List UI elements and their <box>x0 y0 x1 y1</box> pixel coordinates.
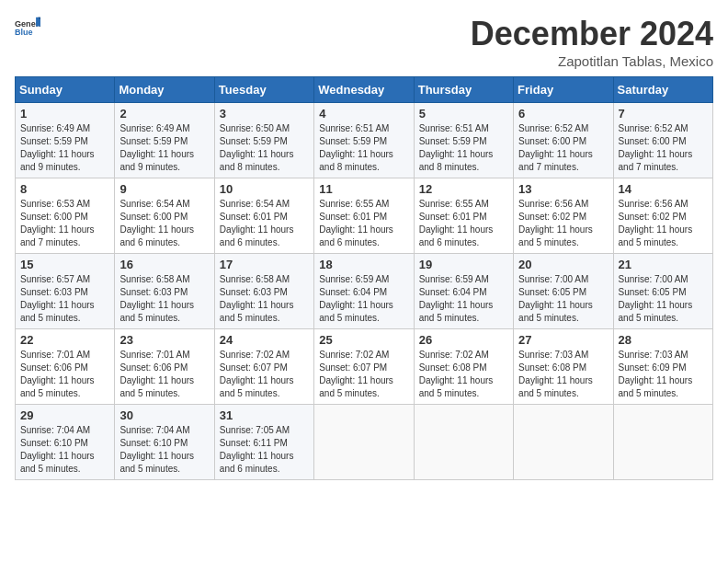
day-info: Sunrise: 7:00 AM Sunset: 6:05 PM Dayligh… <box>518 273 608 325</box>
day-info: Sunrise: 7:03 AM Sunset: 6:08 PM Dayligh… <box>518 349 608 400</box>
day-info: Sunrise: 7:04 AM Sunset: 6:10 PM Dayligh… <box>20 424 109 476</box>
day-number: 21 <box>619 258 708 271</box>
day-info: Sunrise: 6:54 AM Sunset: 6:01 PM Dayligh… <box>220 198 309 249</box>
day-info: Sunrise: 6:55 AM Sunset: 6:01 PM Dayligh… <box>419 198 508 249</box>
day-info: Sunrise: 6:58 AM Sunset: 6:03 PM Dayligh… <box>220 273 309 325</box>
day-info: Sunrise: 7:00 AM Sunset: 6:05 PM Dayligh… <box>619 273 708 325</box>
day-info: Sunrise: 6:49 AM Sunset: 5:59 PM Dayligh… <box>20 122 109 174</box>
day-number: 15 <box>20 258 109 271</box>
calendar-cell: 18 Sunrise: 6:59 AM Sunset: 6:04 PM Dayl… <box>314 254 414 329</box>
svg-text:Blue: Blue <box>15 28 33 37</box>
day-info: Sunrise: 7:02 AM Sunset: 6:07 PM Dayligh… <box>319 349 408 400</box>
calendar-cell: 1 Sunrise: 6:49 AM Sunset: 5:59 PM Dayli… <box>16 103 115 178</box>
calendar-cell <box>414 405 513 480</box>
calendar-row-5: 29 Sunrise: 7:04 AM Sunset: 6:10 PM Dayl… <box>16 405 713 480</box>
calendar-row-2: 8 Sunrise: 6:53 AM Sunset: 6:00 PM Dayli… <box>16 178 713 254</box>
day-info: Sunrise: 6:54 AM Sunset: 6:00 PM Dayligh… <box>119 198 209 249</box>
day-number: 17 <box>220 258 309 271</box>
day-number: 26 <box>419 333 508 347</box>
day-info: Sunrise: 7:04 AM Sunset: 6:10 PM Dayligh… <box>119 424 209 476</box>
day-number: 25 <box>319 333 408 347</box>
day-number: 19 <box>419 258 508 271</box>
day-info: Sunrise: 7:03 AM Sunset: 6:09 PM Dayligh… <box>619 349 708 400</box>
day-number: 13 <box>518 182 608 196</box>
calendar-cell: 24 Sunrise: 7:02 AM Sunset: 6:07 PM Dayl… <box>214 329 313 405</box>
calendar-cell <box>314 405 414 480</box>
day-number: 30 <box>119 408 209 422</box>
calendar-cell: 30 Sunrise: 7:04 AM Sunset: 6:10 PM Dayl… <box>115 405 214 480</box>
day-header-friday: Friday <box>514 77 613 103</box>
day-number: 10 <box>220 182 309 196</box>
day-info: Sunrise: 6:55 AM Sunset: 6:01 PM Dayligh… <box>319 198 408 249</box>
day-number: 1 <box>20 107 109 121</box>
calendar-cell: 21 Sunrise: 7:00 AM Sunset: 6:05 PM Dayl… <box>613 254 712 329</box>
calendar-cell <box>514 405 613 480</box>
day-info: Sunrise: 6:56 AM Sunset: 6:02 PM Dayligh… <box>518 198 608 249</box>
calendar-cell: 20 Sunrise: 7:00 AM Sunset: 6:05 PM Dayl… <box>514 254 613 329</box>
day-info: Sunrise: 6:57 AM Sunset: 6:03 PM Dayligh… <box>20 273 109 325</box>
day-number: 9 <box>119 182 209 196</box>
day-info: Sunrise: 7:01 AM Sunset: 6:06 PM Dayligh… <box>20 349 109 400</box>
day-info: Sunrise: 6:58 AM Sunset: 6:03 PM Dayligh… <box>119 273 209 325</box>
day-number: 29 <box>20 408 109 422</box>
day-number: 4 <box>319 107 408 121</box>
logo-icon: General Blue <box>15 15 40 40</box>
day-info: Sunrise: 6:50 AM Sunset: 5:59 PM Dayligh… <box>220 122 309 174</box>
day-info: Sunrise: 6:56 AM Sunset: 6:02 PM Dayligh… <box>619 198 708 249</box>
day-header-thursday: Thursday <box>414 77 513 103</box>
calendar-row-3: 15 Sunrise: 6:57 AM Sunset: 6:03 PM Dayl… <box>16 254 713 329</box>
day-number: 5 <box>419 107 508 121</box>
day-number: 24 <box>220 333 309 347</box>
calendar-cell: 15 Sunrise: 6:57 AM Sunset: 6:03 PM Dayl… <box>16 254 115 329</box>
calendar-cell: 23 Sunrise: 7:01 AM Sunset: 6:06 PM Dayl… <box>115 329 214 405</box>
day-number: 14 <box>619 182 708 196</box>
calendar-cell <box>613 405 712 480</box>
calendar-cell: 10 Sunrise: 6:54 AM Sunset: 6:01 PM Dayl… <box>214 178 313 254</box>
day-info: Sunrise: 6:51 AM Sunset: 5:59 PM Dayligh… <box>319 122 408 174</box>
day-info: Sunrise: 6:49 AM Sunset: 5:59 PM Dayligh… <box>119 122 209 174</box>
day-number: 3 <box>220 107 309 121</box>
day-number: 7 <box>619 107 708 121</box>
day-info: Sunrise: 6:59 AM Sunset: 6:04 PM Dayligh… <box>319 273 408 325</box>
calendar-cell: 2 Sunrise: 6:49 AM Sunset: 5:59 PM Dayli… <box>115 103 214 178</box>
calendar-cell: 7 Sunrise: 6:52 AM Sunset: 6:00 PM Dayli… <box>613 103 712 178</box>
day-info: Sunrise: 6:52 AM Sunset: 6:00 PM Dayligh… <box>619 122 708 174</box>
day-number: 16 <box>119 258 209 271</box>
calendar-cell: 28 Sunrise: 7:03 AM Sunset: 6:09 PM Dayl… <box>613 329 712 405</box>
title-block: December 2024 Zapotitlan Tablas, Mexico <box>471 15 713 69</box>
calendar-cell: 16 Sunrise: 6:58 AM Sunset: 6:03 PM Dayl… <box>115 254 214 329</box>
calendar-cell: 6 Sunrise: 6:52 AM Sunset: 6:00 PM Dayli… <box>514 103 613 178</box>
day-info: Sunrise: 6:51 AM Sunset: 5:59 PM Dayligh… <box>419 122 508 174</box>
day-number: 6 <box>518 107 608 121</box>
calendar-cell: 29 Sunrise: 7:04 AM Sunset: 6:10 PM Dayl… <box>16 405 115 480</box>
calendar-cell: 4 Sunrise: 6:51 AM Sunset: 5:59 PM Dayli… <box>314 103 414 178</box>
calendar-cell: 22 Sunrise: 7:01 AM Sunset: 6:06 PM Dayl… <box>16 329 115 405</box>
calendar-row-4: 22 Sunrise: 7:01 AM Sunset: 6:06 PM Dayl… <box>16 329 713 405</box>
day-number: 31 <box>220 408 309 422</box>
day-number: 18 <box>319 258 408 271</box>
day-number: 27 <box>518 333 608 347</box>
calendar-cell: 31 Sunrise: 7:05 AM Sunset: 6:11 PM Dayl… <box>214 405 313 480</box>
logo: General Blue <box>15 15 40 40</box>
calendar-cell: 13 Sunrise: 6:56 AM Sunset: 6:02 PM Dayl… <box>514 178 613 254</box>
month-title: December 2024 <box>471 15 713 53</box>
calendar-cell: 25 Sunrise: 7:02 AM Sunset: 6:07 PM Dayl… <box>314 329 414 405</box>
day-header-saturday: Saturday <box>613 77 712 103</box>
day-number: 11 <box>319 182 408 196</box>
calendar-cell: 17 Sunrise: 6:58 AM Sunset: 6:03 PM Dayl… <box>214 254 313 329</box>
day-number: 22 <box>20 333 109 347</box>
calendar-cell: 14 Sunrise: 6:56 AM Sunset: 6:02 PM Dayl… <box>613 178 712 254</box>
calendar-cell: 8 Sunrise: 6:53 AM Sunset: 6:00 PM Dayli… <box>16 178 115 254</box>
calendar-cell: 11 Sunrise: 6:55 AM Sunset: 6:01 PM Dayl… <box>314 178 414 254</box>
day-header-wednesday: Wednesday <box>314 77 414 103</box>
day-number: 20 <box>518 258 608 271</box>
calendar-cell: 9 Sunrise: 6:54 AM Sunset: 6:00 PM Dayli… <box>115 178 214 254</box>
calendar-cell: 27 Sunrise: 7:03 AM Sunset: 6:08 PM Dayl… <box>514 329 613 405</box>
day-info: Sunrise: 7:05 AM Sunset: 6:11 PM Dayligh… <box>220 424 309 476</box>
day-number: 2 <box>119 107 209 121</box>
day-info: Sunrise: 7:02 AM Sunset: 6:07 PM Dayligh… <box>220 349 309 400</box>
calendar-cell: 3 Sunrise: 6:50 AM Sunset: 5:59 PM Dayli… <box>214 103 313 178</box>
day-header-tuesday: Tuesday <box>214 77 313 103</box>
day-info: Sunrise: 7:01 AM Sunset: 6:06 PM Dayligh… <box>119 349 209 400</box>
calendar-cell: 12 Sunrise: 6:55 AM Sunset: 6:01 PM Dayl… <box>414 178 513 254</box>
